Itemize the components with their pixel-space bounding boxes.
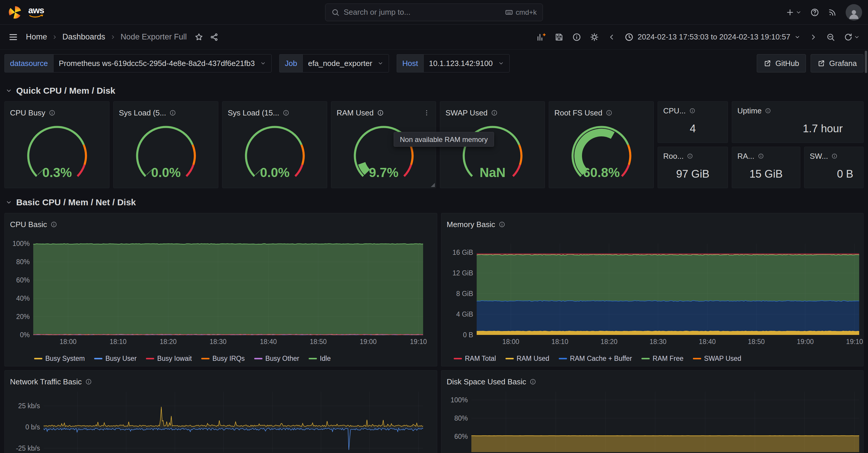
datasource-picker[interactable]: Prometheus ws-619dcc5c-295d-4e8e-8a2d-43… bbox=[53, 54, 272, 73]
host-picker[interactable]: 10.1.123.142:9100 bbox=[424, 54, 509, 73]
info-icon[interactable] bbox=[283, 110, 289, 116]
new-menu-button[interactable] bbox=[785, 8, 802, 17]
panel-title[interactable]: Sys Load (5... bbox=[119, 108, 166, 117]
external-link-icon bbox=[764, 59, 771, 67]
grafana-link-button[interactable]: Grafana bbox=[811, 54, 864, 73]
search-bar[interactable]: cmd+k bbox=[325, 3, 543, 21]
panel-menu-icon[interactable] bbox=[423, 109, 431, 117]
info-icon[interactable] bbox=[491, 110, 498, 116]
star-icon[interactable] bbox=[194, 33, 203, 41]
panel-title[interactable]: Memory Basic bbox=[447, 220, 495, 229]
disk-space-chart[interactable]: 100%80%60% bbox=[441, 389, 863, 452]
svg-text:40%: 40% bbox=[16, 294, 30, 302]
stat-value: 0 B bbox=[804, 162, 863, 188]
breadcrumb-dashboards[interactable]: Dashboards bbox=[62, 32, 105, 41]
info-icon[interactable] bbox=[51, 221, 57, 228]
breadcrumb-current: Node Exporter Full bbox=[121, 32, 187, 41]
network-traffic-chart[interactable]: 25 kb/s0 b/s-25 kb/s bbox=[5, 389, 437, 452]
info-tooltip: Non available RAM memory bbox=[394, 132, 494, 147]
panel-title[interactable]: Disk Space Used Basic bbox=[447, 377, 526, 387]
panel-resize-handle[interactable] bbox=[431, 183, 435, 187]
breadcrumb-home[interactable]: Home bbox=[26, 32, 47, 41]
info-icon[interactable] bbox=[832, 153, 837, 159]
panel-title[interactable]: SW... bbox=[810, 152, 828, 161]
panel-title[interactable]: RAM Used bbox=[337, 108, 374, 117]
legend-item[interactable]: RAM Used bbox=[505, 355, 549, 363]
github-link-button[interactable]: GitHub bbox=[757, 54, 806, 73]
save-dashboard-button[interactable] bbox=[555, 33, 563, 41]
svg-text:18:00: 18:00 bbox=[502, 338, 519, 345]
time-range-picker[interactable]: 2024-02-13 17:53:03 to 2024-02-13 19:10:… bbox=[625, 32, 800, 41]
svg-text:20%: 20% bbox=[16, 313, 30, 320]
legend-item[interactable]: Idle bbox=[309, 355, 331, 363]
panel-title[interactable]: CPU... bbox=[663, 106, 686, 115]
memory-basic-chart[interactable]: 18:0018:1018:2018:3018:4018:5019:0019:10… bbox=[441, 231, 863, 351]
add-panel-button[interactable] bbox=[536, 32, 546, 42]
info-icon[interactable] bbox=[687, 153, 693, 159]
info-icon[interactable] bbox=[606, 110, 612, 116]
news-button[interactable] bbox=[828, 8, 837, 17]
panel-title[interactable]: Root FS Used bbox=[554, 108, 602, 117]
panel-swap-total: SW... 0 B bbox=[804, 147, 864, 188]
legend-item[interactable]: RAM Cache + Buffer bbox=[559, 355, 632, 363]
legend-label: Busy Other bbox=[266, 355, 299, 363]
time-shift-forward-button[interactable] bbox=[809, 33, 817, 41]
info-icon[interactable] bbox=[85, 378, 92, 385]
legend-item[interactable]: Busy System bbox=[34, 355, 85, 363]
info-icon[interactable] bbox=[499, 221, 505, 228]
search-input[interactable] bbox=[344, 8, 501, 17]
info-icon[interactable] bbox=[765, 108, 771, 114]
gauge-sys-load-15: 0.0% bbox=[231, 121, 319, 187]
row-basic-cpu-mem-net-disk[interactable]: Basic CPU / Mem / Net / Disk bbox=[6, 197, 862, 208]
refresh-button[interactable] bbox=[844, 33, 860, 41]
panel-title[interactable]: Uptime bbox=[737, 106, 762, 115]
cpu-basic-chart[interactable]: 18:0018:1018:2018:3018:4018:5019:0019:10… bbox=[5, 231, 437, 351]
dashboard-settings-button[interactable] bbox=[590, 33, 599, 41]
legend-label: RAM Cache + Buffer bbox=[570, 355, 632, 363]
info-icon[interactable] bbox=[689, 108, 695, 114]
time-shift-back-button[interactable] bbox=[608, 33, 616, 41]
mega-menu-button[interactable] bbox=[8, 32, 18, 42]
legend-item[interactable]: Busy Other bbox=[254, 355, 299, 363]
basic-charts-row-2: Network Traffic Basic 25 kb/s0 b/s-25 kb… bbox=[4, 370, 864, 453]
share-icon[interactable] bbox=[210, 33, 219, 41]
page-scrollbar[interactable] bbox=[865, 51, 867, 73]
info-icon[interactable] bbox=[530, 378, 536, 385]
aws-smile-icon bbox=[29, 15, 44, 19]
help-button[interactable] bbox=[810, 8, 819, 17]
dashboard-insights-button[interactable] bbox=[572, 33, 581, 41]
search-icon bbox=[331, 8, 340, 17]
panel-title[interactable]: CPU Basic bbox=[10, 220, 47, 229]
info-icon[interactable] bbox=[49, 110, 55, 116]
panel-title[interactable]: Roo... bbox=[663, 152, 683, 161]
panel-cpu-basic: CPU Basic 18:0018:1018:2018:3018:4018:50… bbox=[4, 213, 437, 366]
svg-text:-25 kb/s: -25 kb/s bbox=[16, 445, 40, 452]
user-avatar[interactable] bbox=[846, 4, 862, 21]
zoom-out-time-button[interactable] bbox=[826, 33, 835, 41]
aws-logo[interactable]: aws bbox=[28, 6, 44, 19]
grafana-logo-icon[interactable] bbox=[8, 6, 22, 19]
legend-item[interactable]: Busy Iowait bbox=[146, 355, 192, 363]
legend-item[interactable]: SWAP Used bbox=[693, 355, 742, 363]
gauge-swap-used: NaN bbox=[448, 121, 537, 187]
panel-root-fs-used: Root FS Used 60.8% bbox=[549, 101, 654, 188]
info-icon[interactable] bbox=[758, 153, 764, 159]
legend-item[interactable]: Busy User bbox=[94, 355, 136, 363]
info-icon[interactable] bbox=[169, 110, 176, 116]
svg-text:19:10: 19:10 bbox=[846, 338, 863, 345]
svg-text:0 b/s: 0 b/s bbox=[25, 423, 40, 431]
panel-title[interactable]: SWAP Used bbox=[445, 108, 488, 117]
info-icon[interactable] bbox=[377, 110, 384, 116]
job-picker[interactable]: efa_node_exporter bbox=[303, 54, 389, 73]
legend-item[interactable]: RAM Total bbox=[454, 355, 496, 363]
row-quick-cpu-mem-disk[interactable]: Quick CPU / Mem / Disk bbox=[6, 85, 862, 96]
panel-title[interactable]: Sys Load (15... bbox=[228, 108, 279, 117]
panel-title[interactable]: CPU Busy bbox=[10, 108, 45, 117]
legend-item[interactable]: RAM Free bbox=[642, 355, 683, 363]
panel-title[interactable]: Network Traffic Basic bbox=[10, 377, 82, 387]
panel-title[interactable]: RA... bbox=[737, 152, 754, 161]
help-icon bbox=[810, 8, 819, 17]
panel-disk-space-used-basic: Disk Space Used Basic 100%80%60% bbox=[441, 370, 864, 453]
svg-text:18:20: 18:20 bbox=[160, 338, 177, 345]
legend-item[interactable]: Busy IRQs bbox=[201, 355, 245, 363]
